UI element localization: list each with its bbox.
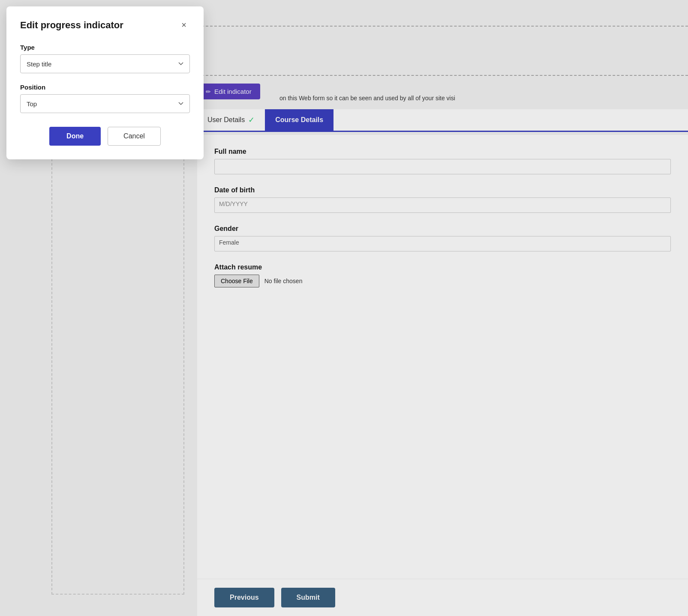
modal-type-field: Type Step title Step number Progress bar <box>20 44 190 73</box>
modal-type-select-wrapper: Step title Step number Progress bar <box>20 54 190 73</box>
edit-progress-indicator-modal: Edit progress indicator × Type Step titl… <box>6 6 204 159</box>
modal-type-select[interactable]: Step title Step number Progress bar <box>20 54 190 73</box>
modal-actions: Done Cancel <box>20 127 190 146</box>
modal-position-select[interactable]: Top Bottom Left Right <box>20 94 190 113</box>
modal-position-field: Position Top Bottom Left Right <box>20 84 190 113</box>
cancel-button[interactable]: Cancel <box>108 127 161 146</box>
modal-header: Edit progress indicator × <box>20 18 190 32</box>
modal-title: Edit progress indicator <box>20 20 123 31</box>
modal-position-select-wrapper: Top Bottom Left Right <box>20 94 190 113</box>
done-button[interactable]: Done <box>49 127 101 146</box>
modal-position-label: Position <box>20 84 190 91</box>
modal-type-label: Type <box>20 44 190 51</box>
modal-close-button[interactable]: × <box>178 18 190 32</box>
